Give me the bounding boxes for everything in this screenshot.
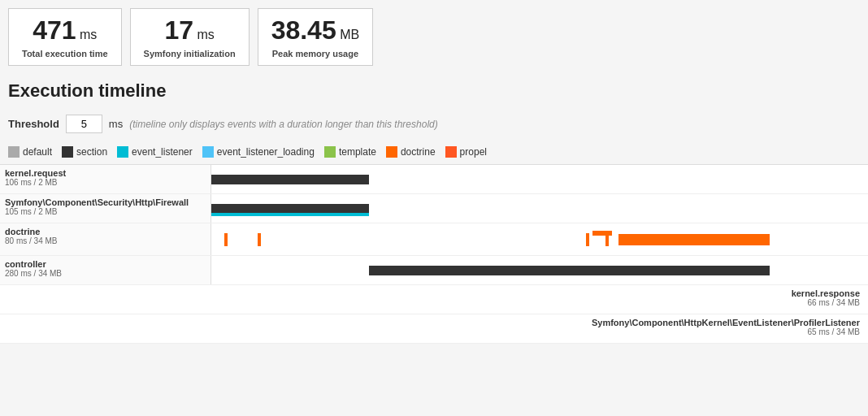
legend-color-event-listener bbox=[117, 146, 128, 158]
timeline-bar-area-controller bbox=[211, 256, 868, 284]
bar-doctrine-long bbox=[618, 234, 770, 245]
legend-color-default bbox=[8, 146, 20, 158]
legend-color-section bbox=[62, 146, 73, 158]
timeline-label-profiler: Symfony\Component\HttpKernel\EventListen… bbox=[0, 314, 868, 343]
timeline-label-firewall: Symfony\Component\Security\Http\Firewall… bbox=[0, 194, 211, 223]
bar-controller bbox=[369, 266, 770, 275]
event-stats-firewall: 105 ms / 2 MB bbox=[5, 207, 206, 216]
metric-label-symfony: Symfony initialization bbox=[144, 49, 236, 58]
legend-color-doctrine bbox=[386, 146, 397, 158]
legend-propel: propel bbox=[445, 146, 487, 158]
timeline-label-kernel-response: kernel.response 66 ms / 34 MB bbox=[0, 285, 868, 314]
legend-color-propel bbox=[445, 146, 457, 158]
timeline-row-kernel-response: kernel.response 66 ms / 34 MB bbox=[0, 285, 868, 314]
legend-template: template bbox=[324, 146, 376, 158]
event-stats-kernel-response: 66 ms / 34 MB bbox=[5, 298, 863, 307]
timeline-container: kernel.request 106 ms / 2 MB Symfony\Com… bbox=[0, 164, 868, 344]
metric-value-execution: 471 ms bbox=[22, 15, 108, 46]
threshold-input[interactable] bbox=[66, 115, 102, 133]
threshold-label: Threshold bbox=[8, 118, 59, 130]
metrics-row: 471 ms Total execution time 17 ms Symfon… bbox=[0, 0, 868, 66]
threshold-hint: (timeline only displays events with a du… bbox=[129, 119, 438, 130]
dot-doctrine-2 bbox=[258, 233, 261, 246]
timeline-label-kernel-request: kernel.request 106 ms / 2 MB bbox=[0, 165, 211, 193]
timeline-label-controller: controller 280 ms / 34 MB bbox=[0, 256, 211, 284]
bar-doctrine-mid bbox=[592, 231, 612, 236]
legend-event-listener-loading: event_listener_loading bbox=[202, 146, 315, 158]
event-name-firewall: Symfony\Component\Security\Http\Firewall bbox=[5, 197, 206, 207]
bar-firewall-cyan bbox=[211, 213, 369, 216]
legend-label-propel: propel bbox=[460, 146, 487, 158]
event-stats-doctrine: 80 ms / 34 MB bbox=[5, 236, 206, 245]
event-name-profiler: Symfony\Component\HttpKernel\EventListen… bbox=[5, 318, 863, 327]
legend-label-template: template bbox=[339, 146, 376, 158]
legend-default: default bbox=[8, 146, 52, 158]
dot-doctrine-3 bbox=[586, 233, 589, 246]
legend-color-template bbox=[324, 146, 336, 158]
metric-value-memory: 38.45 MB bbox=[271, 15, 360, 46]
timeline-bar-area-doctrine bbox=[211, 223, 868, 255]
legend-label-section: section bbox=[76, 146, 107, 158]
metric-label-execution: Total execution time bbox=[22, 49, 108, 58]
timeline-row-profiler: Symfony\Component\HttpKernel\EventListen… bbox=[0, 314, 868, 344]
event-name-kernel-response: kernel.response bbox=[792, 288, 863, 298]
section-title: Execution timeline bbox=[0, 66, 868, 110]
timeline-bar-area-kernel-request bbox=[211, 165, 868, 193]
timeline-row-firewall: Symfony\Component\Security\Http\Firewall… bbox=[0, 194, 868, 223]
metric-total-execution: 471 ms Total execution time bbox=[8, 8, 122, 66]
event-name-doctrine: doctrine bbox=[5, 227, 206, 236]
legend-label-event-listener-loading: event_listener_loading bbox=[217, 146, 315, 158]
metric-peak-memory: 38.45 MB Peak memory usage bbox=[258, 8, 374, 66]
threshold-unit: ms bbox=[109, 118, 123, 130]
timeline-row-doctrine: doctrine 80 ms / 34 MB bbox=[0, 223, 868, 256]
event-name-controller: controller bbox=[5, 259, 206, 269]
legend-doctrine: doctrine bbox=[386, 146, 436, 158]
event-name-kernel-request: kernel.request bbox=[5, 168, 206, 178]
event-stats-kernel-request: 106 ms / 2 MB bbox=[5, 178, 206, 187]
legend-label-doctrine: doctrine bbox=[401, 146, 436, 158]
legend-label-default: default bbox=[23, 146, 52, 158]
dot-doctrine-1 bbox=[224, 233, 228, 246]
legend-section: section bbox=[62, 146, 107, 158]
bar-kernel-request bbox=[211, 175, 369, 184]
legend-row: default section event_listener event_lis… bbox=[0, 141, 868, 164]
event-stats-controller: 280 ms / 34 MB bbox=[5, 269, 206, 278]
timeline-label-doctrine: doctrine 80 ms / 34 MB bbox=[0, 223, 211, 255]
metric-label-memory: Peak memory usage bbox=[271, 49, 360, 58]
legend-event-listener: event_listener bbox=[117, 146, 193, 158]
threshold-row: Threshold ms (timeline only displays eve… bbox=[0, 110, 868, 141]
legend-label-event-listener: event_listener bbox=[132, 146, 193, 158]
timeline-row-controller: controller 280 ms / 34 MB bbox=[0, 256, 868, 285]
metric-symfony-init: 17 ms Symfony initialization bbox=[130, 8, 250, 66]
timeline-bar-area-firewall bbox=[211, 194, 868, 223]
event-stats-profiler: 65 ms / 34 MB bbox=[5, 327, 863, 336]
metric-value-symfony: 17 ms bbox=[144, 15, 236, 46]
legend-color-event-listener-loading bbox=[202, 146, 214, 158]
timeline-row-kernel-request: kernel.request 106 ms / 2 MB bbox=[0, 165, 868, 194]
